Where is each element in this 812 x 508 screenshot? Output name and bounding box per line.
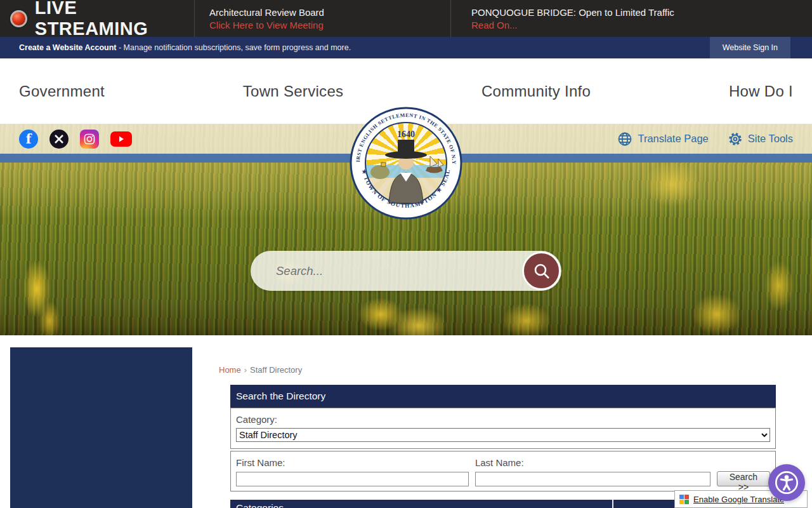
x-twitter-icon[interactable] bbox=[49, 130, 69, 149]
category-label: Category: bbox=[236, 414, 770, 425]
breadcrumb: Home›Staff Directory bbox=[219, 365, 776, 375]
create-account-text[interactable]: Create a Website Account - Manage notifi… bbox=[0, 43, 351, 52]
hero-banner: f Translate Page bbox=[0, 124, 812, 335]
seal-artwork: 1640 FIRST ENGLISH SETTLEMENT IN THE STA… bbox=[350, 107, 462, 220]
translate-page-button[interactable]: Translate Page bbox=[617, 131, 708, 147]
site-tools-label: Site Tools bbox=[748, 133, 793, 145]
accessibility-button[interactable] bbox=[768, 464, 805, 501]
breadcrumb-separator: › bbox=[244, 365, 247, 375]
last-name-label: Last Name: bbox=[475, 457, 710, 468]
instagram-icon[interactable] bbox=[80, 130, 99, 149]
panel-header: Search the Directory bbox=[230, 385, 776, 408]
page-content: Home›Staff Directory Search the Director… bbox=[0, 335, 812, 508]
directory-search-button[interactable]: Search >> bbox=[717, 471, 770, 486]
site-search-input[interactable] bbox=[276, 251, 511, 291]
utility-links: Translate Page Site Tools bbox=[617, 131, 793, 147]
name-search-section: First Name: Last Name: Search >> bbox=[230, 451, 776, 491]
globe-icon bbox=[617, 131, 632, 147]
first-name-input[interactable] bbox=[236, 472, 469, 486]
website-sign-in-button[interactable]: Website Sign In bbox=[710, 37, 790, 58]
facebook-icon[interactable]: f bbox=[19, 130, 38, 149]
main-column: Home›Staff Directory Search the Director… bbox=[219, 365, 776, 508]
last-name-input[interactable] bbox=[475, 472, 710, 486]
alert-title: PONQUOGUE BRIDGE: Open to Limited Traffi… bbox=[471, 7, 812, 18]
translate-page-label: Translate Page bbox=[638, 133, 708, 145]
alert-link[interactable]: Read On... bbox=[471, 20, 812, 30]
staff-directory-search-panel: Search the Directory Category: Staff Dir… bbox=[230, 385, 776, 508]
gear-icon bbox=[728, 131, 743, 147]
google-icon bbox=[679, 495, 689, 504]
first-name-group: First Name: bbox=[236, 457, 469, 486]
nav-item-government[interactable]: Government bbox=[19, 83, 105, 100]
enable-google-translate-link[interactable]: Enable Google Translate bbox=[693, 495, 784, 504]
site-search bbox=[251, 251, 561, 291]
site-search-button[interactable] bbox=[522, 251, 561, 290]
seal-year: 1640 bbox=[397, 130, 415, 139]
alert-bridge: PONQUOGUE BRIDGE: Open to Limited Traffi… bbox=[451, 0, 812, 37]
alert-topbar: LIVE STREAMING Architectural Review Boar… bbox=[0, 0, 812, 37]
magnifier-icon bbox=[532, 262, 551, 281]
nav-item-community-info[interactable]: Community Info bbox=[481, 83, 591, 100]
category-section: Category: Staff Directory bbox=[230, 408, 776, 449]
live-streaming-label: LIVE STREAMING bbox=[35, 0, 194, 39]
youtube-icon[interactable] bbox=[110, 131, 132, 147]
nav-item-how-do-i[interactable]: How Do I bbox=[729, 83, 793, 100]
account-bar: Create a Website Account - Manage notifi… bbox=[0, 37, 812, 58]
first-name-label: First Name: bbox=[236, 457, 469, 468]
live-record-icon bbox=[10, 10, 27, 27]
left-sidebar-panel bbox=[10, 347, 192, 508]
social-icons: f bbox=[19, 130, 132, 149]
alert-arb: Architectural Review Board Click Here to… bbox=[195, 0, 451, 37]
last-name-group: Last Name: bbox=[475, 457, 710, 486]
live-streaming-section[interactable]: LIVE STREAMING bbox=[0, 0, 195, 37]
create-account-link[interactable]: Create a Website Account bbox=[19, 43, 117, 52]
accessibility-icon bbox=[774, 470, 799, 495]
site-tools-button[interactable]: Site Tools bbox=[728, 131, 793, 147]
breadcrumb-current: Staff Directory bbox=[250, 365, 302, 375]
town-seal-logo[interactable]: 1640 FIRST ENGLISH SETTLEMENT IN THE STA… bbox=[350, 107, 462, 220]
alert-title: Architectural Review Board bbox=[209, 7, 450, 18]
create-account-desc: - Manage notification subscriptions, sav… bbox=[117, 43, 351, 52]
category-select[interactable]: Staff Directory bbox=[236, 428, 770, 442]
alert-link[interactable]: Click Here to View Meeting bbox=[209, 20, 450, 30]
nav-item-town-services[interactable]: Town Services bbox=[243, 83, 344, 100]
breadcrumb-home-link[interactable]: Home bbox=[219, 365, 241, 375]
